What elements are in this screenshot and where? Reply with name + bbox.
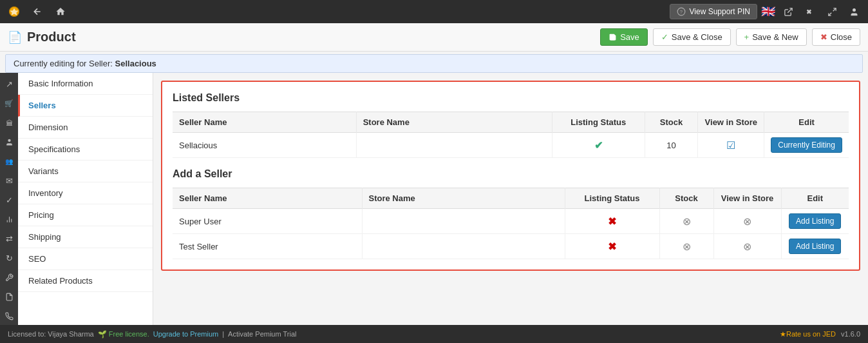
- add-edit-1: Add Listing: [781, 209, 849, 234]
- add-seller-name-2: Test Seller: [173, 234, 362, 259]
- add-col-header-stock: Stock: [659, 188, 713, 209]
- save-new-button[interactable]: + Save & New: [736, 28, 807, 46]
- phone-icon-btn[interactable]: [0, 307, 18, 325]
- add-col-header-edit: Edit: [781, 188, 849, 209]
- add-seller-table: Seller Name Store Name Listing Status St…: [173, 188, 849, 259]
- bottom-left: Licensed to: Vijaya Sharma 🌱 Free licens…: [8, 330, 296, 338]
- circle-icon-2: ⊗: [743, 216, 751, 227]
- version-label: v1.6.0: [841, 330, 860, 338]
- home-btn[interactable]: [52, 3, 70, 21]
- save-label: Save: [620, 32, 639, 42]
- add-seller-name-1: Super User: [173, 209, 362, 234]
- listed-edit-cell: Currently Editing: [764, 133, 849, 158]
- sidebar-item-shipping[interactable]: Shipping: [18, 226, 153, 248]
- svg-line-6: [833, 8, 835, 10]
- listed-view-in-store: ☑: [698, 133, 764, 158]
- edit-check-icon: ☑: [726, 140, 735, 151]
- sidebar-item-basic-information[interactable]: Basic Information: [18, 73, 153, 95]
- sidebar-item-seo[interactable]: SEO: [18, 248, 153, 270]
- check-circle-icon-btn[interactable]: ✓: [0, 191, 18, 210]
- top-nav: ? View Support PIN 🇬🇧 ✖: [0, 0, 868, 23]
- rate-us-link[interactable]: ★Rate us on JED: [780, 330, 836, 338]
- sidebar-item-dimension[interactable]: Dimension: [18, 117, 153, 139]
- joomla-btn[interactable]: ✖: [801, 3, 819, 21]
- content-area: Listed Sellers Seller Name Store Name Li…: [153, 73, 868, 325]
- add-view-1: ⊗: [713, 209, 781, 234]
- flag-icon: 🇬🇧: [761, 5, 775, 19]
- sidebar-item-inventory[interactable]: Inventory: [18, 182, 153, 204]
- support-pin-btn[interactable]: ? View Support PIN: [670, 4, 758, 19]
- doc-icon-btn[interactable]: [0, 288, 18, 306]
- toolbar: 📄 Product Save ✓ Save & Close + Save & N…: [0, 23, 868, 52]
- add-view-2: ⊗: [713, 234, 781, 259]
- save-close-button[interactable]: ✓ Save & Close: [653, 28, 731, 46]
- external-link-btn[interactable]: [779, 3, 797, 21]
- col-header-seller-name: Seller Name: [173, 112, 356, 133]
- bottom-right: ★Rate us on JED v1.6.0: [780, 330, 860, 338]
- licensed-to: Licensed to: Vijaya Sharma: [8, 330, 94, 338]
- svg-point-9: [8, 139, 10, 142]
- table-row: Sellacious ✔ 10 ☑ Currently Editing: [173, 133, 849, 158]
- svg-text:?: ?: [679, 9, 682, 15]
- sidebar-item-sellers[interactable]: Sellers: [18, 95, 153, 117]
- support-pin-label: View Support PIN: [690, 7, 751, 16]
- logo-btn[interactable]: [5, 3, 23, 21]
- user-btn[interactable]: [845, 3, 863, 21]
- sidebar-item-related-products[interactable]: Related Products: [18, 270, 153, 292]
- top-nav-right: ? View Support PIN 🇬🇧 ✖: [670, 3, 863, 21]
- add-store-name-1: [362, 209, 565, 234]
- add-listing-button-2[interactable]: Add Listing: [789, 239, 841, 254]
- arrows-icon-btn[interactable]: ⇄: [0, 230, 18, 248]
- page-title-icon: 📄: [8, 30, 22, 44]
- refresh-icon-btn[interactable]: ↻: [0, 249, 18, 267]
- page-title: Product: [27, 30, 76, 44]
- person-icon-btn[interactable]: [0, 133, 18, 152]
- add-edit-2: Add Listing: [781, 234, 849, 259]
- sidebar-item-pricing[interactable]: Pricing: [18, 204, 153, 226]
- building-icon-btn[interactable]: 🏛: [0, 114, 18, 132]
- add-listing-status-1: ✖: [565, 209, 659, 234]
- upgrade-link[interactable]: Upgrade to Premium: [153, 330, 219, 338]
- top-nav-left: [5, 3, 70, 21]
- circle-icon-4: ⊗: [743, 241, 751, 252]
- chart-icon-btn[interactable]: [0, 210, 18, 228]
- back-btn[interactable]: [28, 3, 46, 21]
- close-button[interactable]: ✖ Close: [812, 28, 860, 46]
- table-row: Test Seller ✖ ⊗ ⊗ Add Listing: [173, 234, 849, 259]
- svg-text:✖: ✖: [806, 8, 812, 15]
- col-header-stock: Stock: [645, 112, 698, 133]
- wrench-icon-btn[interactable]: [0, 268, 18, 286]
- cross-icon: ✖: [608, 216, 616, 227]
- close-label: Close: [831, 32, 852, 42]
- circle-icon: ⊗: [683, 216, 691, 227]
- expand-btn[interactable]: [823, 3, 841, 21]
- save-button[interactable]: Save: [600, 28, 648, 46]
- arrow-icon-btn[interactable]: ↗: [0, 75, 18, 93]
- bottom-bar: Licensed to: Vijaya Sharma 🌱 Free licens…: [0, 325, 868, 343]
- svg-line-4: [788, 8, 792, 12]
- group-icon-btn[interactable]: 👥: [0, 153, 18, 171]
- add-listing-button-1[interactable]: Add Listing: [789, 213, 841, 229]
- listed-store-name: [356, 133, 552, 158]
- free-license: 🌱 Free license.: [98, 330, 149, 338]
- currently-editing-button[interactable]: Currently Editing: [771, 137, 842, 153]
- add-col-header-seller-name: Seller Name: [173, 188, 362, 209]
- svg-point-8: [853, 8, 856, 11]
- editing-bar: Currently editing for Seller: Sellacious: [5, 54, 863, 73]
- sidebar-item-variants[interactable]: Variants: [18, 161, 153, 182]
- mail-icon-btn[interactable]: ✉: [0, 172, 18, 190]
- editing-seller: Sellacious: [115, 59, 156, 68]
- main-content: ↗ 🛒 🏛 👥 ✉ ✓ ⇄ ↻ Basic Information Seller…: [0, 73, 868, 325]
- add-col-header-store-name: Store Name: [362, 188, 565, 209]
- page-title-container: 📄 Product: [8, 30, 595, 44]
- add-col-header-view-in-store: View in Store: [713, 188, 781, 209]
- col-header-listing-status: Listing Status: [552, 112, 645, 133]
- sidebar-item-specifications[interactable]: Specifications: [18, 139, 153, 161]
- activate-trial-link[interactable]: Activate Pemium Trial: [228, 330, 296, 338]
- listed-stock: 10: [645, 133, 698, 158]
- icon-sidebar: ↗ 🛒 🏛 👥 ✉ ✓ ⇄ ↻: [0, 73, 18, 325]
- add-stock-1: ⊗: [659, 209, 713, 234]
- svg-line-7: [828, 12, 831, 15]
- cart-icon-btn[interactable]: 🛒: [0, 95, 18, 113]
- table-row: Super User ✖ ⊗ ⊗ Add Listing: [173, 209, 849, 234]
